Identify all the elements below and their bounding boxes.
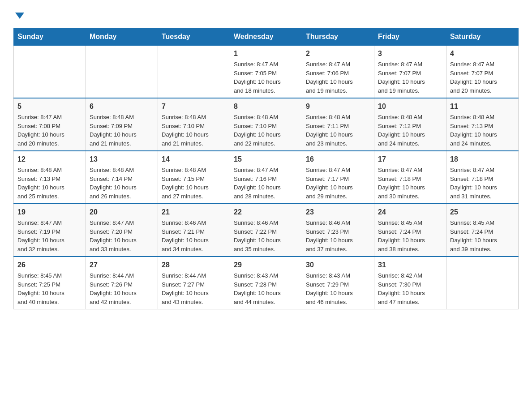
calendar-cell: 30Sunrise: 8:43 AMSunset: 7:29 PMDayligh… bbox=[302, 257, 374, 309]
weekday-header-tuesday: Tuesday bbox=[158, 28, 230, 46]
day-number: 17 bbox=[378, 154, 442, 165]
day-number: 8 bbox=[234, 101, 298, 112]
day-info: Sunrise: 8:46 AMSunset: 7:22 PMDaylight:… bbox=[234, 218, 298, 253]
day-number: 21 bbox=[162, 207, 226, 218]
day-info: Sunrise: 8:43 AMSunset: 7:29 PMDaylight:… bbox=[306, 271, 370, 306]
day-number: 3 bbox=[378, 48, 442, 59]
page: SundayMondayTuesdayWednesdayThursdayFrid… bbox=[0, 0, 532, 323]
day-number: 15 bbox=[234, 154, 298, 165]
week-row-4: 19Sunrise: 8:47 AMSunset: 7:19 PMDayligh… bbox=[14, 204, 519, 257]
calendar-cell: 1Sunrise: 8:47 AMSunset: 7:05 PMDaylight… bbox=[230, 46, 302, 98]
day-number: 9 bbox=[306, 101, 370, 112]
calendar-cell: 12Sunrise: 8:48 AMSunset: 7:13 PMDayligh… bbox=[14, 151, 86, 204]
day-info: Sunrise: 8:47 AMSunset: 7:06 PMDaylight:… bbox=[306, 60, 370, 95]
calendar-cell: 4Sunrise: 8:47 AMSunset: 7:07 PMDaylight… bbox=[446, 46, 519, 98]
week-row-1: 1Sunrise: 8:47 AMSunset: 7:05 PMDaylight… bbox=[14, 46, 519, 98]
day-number: 29 bbox=[234, 260, 298, 270]
day-info: Sunrise: 8:47 AMSunset: 7:18 PMDaylight:… bbox=[450, 166, 515, 201]
day-info: Sunrise: 8:47 AMSunset: 7:07 PMDaylight:… bbox=[378, 60, 442, 95]
day-number: 28 bbox=[162, 260, 226, 270]
calendar-cell: 9Sunrise: 8:48 AMSunset: 7:11 PMDaylight… bbox=[302, 98, 374, 151]
weekday-header-friday: Friday bbox=[374, 28, 446, 46]
calendar-cell: 15Sunrise: 8:47 AMSunset: 7:16 PMDayligh… bbox=[230, 151, 302, 204]
day-number: 4 bbox=[450, 48, 515, 59]
logo-triangle-icon bbox=[15, 13, 24, 19]
calendar-cell: 2Sunrise: 8:47 AMSunset: 7:06 PMDaylight… bbox=[302, 46, 374, 98]
day-info: Sunrise: 8:48 AMSunset: 7:11 PMDaylight:… bbox=[306, 113, 370, 148]
day-number: 19 bbox=[17, 207, 82, 218]
day-info: Sunrise: 8:47 AMSunset: 7:05 PMDaylight:… bbox=[234, 60, 298, 95]
day-info: Sunrise: 8:47 AMSunset: 7:20 PMDaylight:… bbox=[90, 218, 154, 253]
day-info: Sunrise: 8:47 AMSunset: 7:19 PMDaylight:… bbox=[17, 218, 82, 253]
day-number: 10 bbox=[378, 101, 442, 112]
weekday-header-thursday: Thursday bbox=[302, 28, 374, 46]
calendar-cell bbox=[446, 257, 519, 309]
calendar-cell: 21Sunrise: 8:46 AMSunset: 7:21 PMDayligh… bbox=[158, 204, 230, 257]
weekday-header-sunday: Sunday bbox=[14, 28, 86, 46]
day-number: 26 bbox=[17, 260, 82, 270]
day-number: 1 bbox=[234, 48, 298, 59]
day-info: Sunrise: 8:46 AMSunset: 7:21 PMDaylight:… bbox=[162, 218, 226, 253]
day-number: 7 bbox=[162, 101, 226, 112]
day-info: Sunrise: 8:47 AMSunset: 7:16 PMDaylight:… bbox=[234, 166, 298, 201]
day-info: Sunrise: 8:48 AMSunset: 7:13 PMDaylight:… bbox=[450, 113, 515, 148]
header bbox=[13, 9, 519, 19]
calendar-header: SundayMondayTuesdayWednesdayThursdayFrid… bbox=[14, 28, 519, 46]
calendar-cell: 26Sunrise: 8:45 AMSunset: 7:25 PMDayligh… bbox=[14, 257, 86, 309]
day-info: Sunrise: 8:47 AMSunset: 7:17 PMDaylight:… bbox=[306, 166, 370, 201]
day-number: 18 bbox=[450, 154, 515, 165]
calendar-cell bbox=[14, 46, 86, 98]
calendar-cell: 27Sunrise: 8:44 AMSunset: 7:26 PMDayligh… bbox=[86, 257, 158, 309]
weekday-header-row: SundayMondayTuesdayWednesdayThursdayFrid… bbox=[14, 28, 519, 46]
weekday-header-monday: Monday bbox=[86, 28, 158, 46]
logo bbox=[13, 9, 31, 19]
calendar-cell: 20Sunrise: 8:47 AMSunset: 7:20 PMDayligh… bbox=[86, 204, 158, 257]
day-info: Sunrise: 8:47 AMSunset: 7:18 PMDaylight:… bbox=[378, 166, 442, 201]
day-info: Sunrise: 8:45 AMSunset: 7:25 PMDaylight:… bbox=[17, 271, 82, 306]
calendar-cell: 10Sunrise: 8:48 AMSunset: 7:12 PMDayligh… bbox=[374, 98, 446, 151]
calendar-cell: 11Sunrise: 8:48 AMSunset: 7:13 PMDayligh… bbox=[446, 98, 519, 151]
calendar-cell: 25Sunrise: 8:45 AMSunset: 7:24 PMDayligh… bbox=[446, 204, 519, 257]
calendar-cell: 22Sunrise: 8:46 AMSunset: 7:22 PMDayligh… bbox=[230, 204, 302, 257]
day-number: 20 bbox=[90, 207, 154, 218]
day-info: Sunrise: 8:48 AMSunset: 7:10 PMDaylight:… bbox=[234, 113, 298, 148]
day-number: 16 bbox=[306, 154, 370, 165]
calendar-cell: 6Sunrise: 8:48 AMSunset: 7:09 PMDaylight… bbox=[86, 98, 158, 151]
calendar-cell: 31Sunrise: 8:42 AMSunset: 7:30 PMDayligh… bbox=[374, 257, 446, 309]
day-info: Sunrise: 8:48 AMSunset: 7:15 PMDaylight:… bbox=[162, 166, 226, 201]
day-number: 22 bbox=[234, 207, 298, 218]
calendar-cell: 23Sunrise: 8:46 AMSunset: 7:23 PMDayligh… bbox=[302, 204, 374, 257]
day-number: 12 bbox=[17, 154, 82, 165]
day-number: 5 bbox=[17, 101, 82, 112]
weekday-header-wednesday: Wednesday bbox=[230, 28, 302, 46]
week-row-3: 12Sunrise: 8:48 AMSunset: 7:13 PMDayligh… bbox=[14, 151, 519, 204]
day-number: 2 bbox=[306, 48, 370, 59]
day-number: 23 bbox=[306, 207, 370, 218]
day-info: Sunrise: 8:42 AMSunset: 7:30 PMDaylight:… bbox=[378, 271, 442, 306]
day-number: 11 bbox=[450, 101, 515, 112]
day-number: 6 bbox=[90, 101, 154, 112]
day-info: Sunrise: 8:45 AMSunset: 7:24 PMDaylight:… bbox=[450, 218, 515, 253]
day-number: 13 bbox=[90, 154, 154, 165]
day-info: Sunrise: 8:45 AMSunset: 7:24 PMDaylight:… bbox=[378, 218, 442, 253]
day-info: Sunrise: 8:48 AMSunset: 7:12 PMDaylight:… bbox=[378, 113, 442, 148]
day-info: Sunrise: 8:48 AMSunset: 7:10 PMDaylight:… bbox=[162, 113, 226, 148]
calendar-cell: 18Sunrise: 8:47 AMSunset: 7:18 PMDayligh… bbox=[446, 151, 519, 204]
calendar-cell: 28Sunrise: 8:44 AMSunset: 7:27 PMDayligh… bbox=[158, 257, 230, 309]
calendar-body: 1Sunrise: 8:47 AMSunset: 7:05 PMDaylight… bbox=[14, 46, 519, 309]
day-info: Sunrise: 8:46 AMSunset: 7:23 PMDaylight:… bbox=[306, 218, 370, 253]
calendar-cell: 5Sunrise: 8:47 AMSunset: 7:08 PMDaylight… bbox=[14, 98, 86, 151]
calendar-cell: 8Sunrise: 8:48 AMSunset: 7:10 PMDaylight… bbox=[230, 98, 302, 151]
day-info: Sunrise: 8:44 AMSunset: 7:26 PMDaylight:… bbox=[90, 271, 154, 306]
week-row-2: 5Sunrise: 8:47 AMSunset: 7:08 PMDaylight… bbox=[14, 98, 519, 151]
calendar-cell: 24Sunrise: 8:45 AMSunset: 7:24 PMDayligh… bbox=[374, 204, 446, 257]
week-row-5: 26Sunrise: 8:45 AMSunset: 7:25 PMDayligh… bbox=[14, 257, 519, 309]
day-info: Sunrise: 8:47 AMSunset: 7:08 PMDaylight:… bbox=[17, 113, 82, 148]
calendar-cell: 14Sunrise: 8:48 AMSunset: 7:15 PMDayligh… bbox=[158, 151, 230, 204]
calendar-cell: 13Sunrise: 8:48 AMSunset: 7:14 PMDayligh… bbox=[86, 151, 158, 204]
calendar-cell bbox=[86, 46, 158, 98]
calendar-cell: 29Sunrise: 8:43 AMSunset: 7:28 PMDayligh… bbox=[230, 257, 302, 309]
day-number: 30 bbox=[306, 260, 370, 270]
calendar-cell: 16Sunrise: 8:47 AMSunset: 7:17 PMDayligh… bbox=[302, 151, 374, 204]
day-info: Sunrise: 8:44 AMSunset: 7:27 PMDaylight:… bbox=[162, 271, 226, 306]
